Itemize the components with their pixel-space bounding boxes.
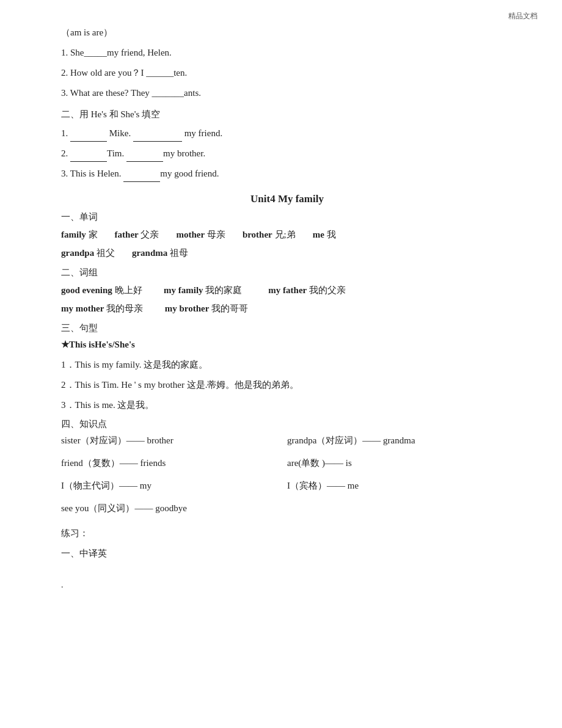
knowledge-item-2-right: are(单数 )—— is: [287, 455, 513, 471]
knowledge-grid: sister（对应词）—— brother grandpa（对应词）—— gra…: [61, 432, 513, 520]
intro-q3: 3. What are these? They _______ants.: [61, 85, 513, 101]
vocab-row2: grandpa 祖父 grandma 祖母: [61, 244, 513, 262]
section2-header: 二、用 He's 和 She's 填空: [61, 106, 513, 123]
knowledge-item-1-left: sister（对应词）—— brother: [61, 432, 287, 449]
knowledge-item-3-left: I（物主代词）—— my: [61, 478, 287, 494]
dot: .: [61, 580, 513, 590]
section2-q2: 2. Tim. my brother.: [61, 145, 513, 162]
intro-label: （am is are）: [61, 24, 513, 41]
knowledge-item-2-left: friend（复数）—— friends: [61, 455, 287, 471]
sentence-q1: 1．This is my family. 这是我的家庭。: [61, 357, 513, 373]
exercise-header: 练习：: [61, 525, 513, 542]
knowledge-item-1-right: grandpa（对应词）—— grandma: [287, 432, 513, 449]
sentence-star: ★This isHe's/She's: [61, 337, 513, 353]
sentence-q3: 3．This is me. 这是我。: [61, 397, 513, 413]
sentence-q2: 2．This is Tim. He ' s my brother 这是.蒂姆。他…: [61, 377, 513, 393]
phrase-row1: good evening 晚上好 my family 我的家庭 my fathe…: [61, 281, 513, 299]
phrase-header: 二、词组: [61, 267, 513, 278]
intro-q2: 2. How old are you？I ______ten.: [61, 65, 513, 81]
intro-q1: 1. She_____my friend, Helen.: [61, 45, 513, 61]
vocab-header: 一、单词: [61, 211, 513, 223]
knowledge-header: 四、知识点: [61, 418, 513, 430]
knowledge-item-3-right: I（宾格）—— me: [287, 478, 513, 494]
watermark: 精品文档: [508, 11, 538, 21]
knowledge-item-4-left: see you（同义词）—— goodbye: [61, 500, 287, 517]
unit-title: Unit4 My family: [61, 193, 513, 205]
phrase-row2: my mother 我的母亲 my brother 我的哥哥: [61, 299, 513, 318]
vocab-row1: family 家 father 父亲 mother 母亲 brother 兄;弟…: [61, 225, 513, 244]
sentence-header: 三、句型: [61, 322, 513, 334]
section2-q3: 3. This is Helen. my good friend.: [61, 166, 513, 182]
section2-q1: 1. Mike. my friend.: [61, 125, 513, 142]
exercise-sub-header: 一、中译英: [61, 545, 513, 562]
